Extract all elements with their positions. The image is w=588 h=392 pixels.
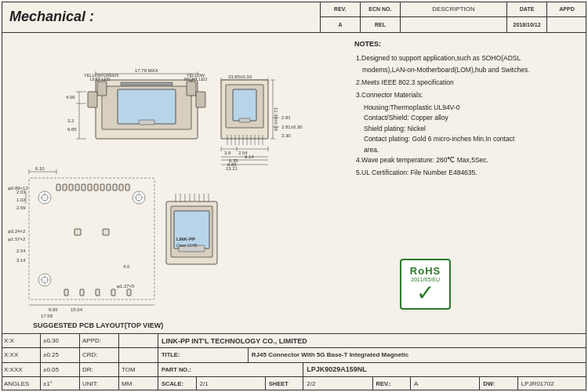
appd-label: APPD [547, 2, 586, 16]
title-label: TITLE: [158, 348, 249, 361]
note-2: 2.Meets IEEE 802.3 specification [354, 78, 580, 88]
svg-text:Class 11YB: Class 11YB [176, 243, 198, 248]
header-row-values: A REL 2018/10/12 [321, 17, 586, 32]
rev-label: REV. [321, 2, 361, 16]
svg-rect-25 [233, 89, 256, 121]
svg-text:4.06: 4.06 [66, 95, 75, 100]
svg-text:4.0: 4.0 [123, 264, 130, 269]
angles-label: ANGLES [2, 377, 41, 390]
header-title: Mechanical : [2, 2, 320, 32]
svg-text:φ0.89×12: φ0.89×12 [8, 186, 28, 191]
svg-text:23.85±0.30: 23.85±0.30 [228, 74, 252, 79]
tol-value-1: ±0.30 [41, 334, 80, 347]
svg-text:3.30: 3.30 [281, 133, 291, 138]
svg-rect-7 [88, 92, 97, 107]
svg-rect-74 [56, 184, 60, 191]
svg-rect-87 [80, 289, 84, 296]
svg-text:15.04: 15.04 [71, 307, 83, 312]
note-3-housing: Housing:Thermoplastic UL94V-0 [354, 103, 580, 114]
rohs-checkmark: ✓ [416, 282, 434, 304]
svg-text:φ1.27×5: φ1.27×5 [117, 284, 135, 289]
svg-rect-83 [113, 184, 117, 191]
note-3-area: area. [354, 145, 580, 156]
crd-label-cell: CRD: [80, 348, 119, 361]
svg-text:LINK-PP: LINK-PP [176, 237, 195, 241]
appd-value-cell [119, 334, 158, 347]
dw-value: LPJR01702 [518, 377, 586, 390]
svg-text:11.39±0.30: 11.39±0.30 [274, 107, 278, 132]
svg-text:1.02: 1.02 [16, 198, 26, 202]
header-row-labels: REV. ECN NO. DESCRIPTION DATE APPD [321, 2, 586, 17]
drawing-area: .dim-line { stroke: #333; stroke-width: … [2, 33, 347, 333]
note-1-cont: modems),LAN-on-Motherboard(LOM),hub and … [354, 65, 580, 75]
svg-text:3.14: 3.14 [16, 258, 26, 263]
scale-label: SCALE: [158, 377, 197, 390]
title-value: RJ45 Connector With 5G Base-T Integrated… [249, 348, 586, 361]
svg-rect-88 [96, 289, 100, 296]
svg-text:3.8: 3.8 [224, 151, 231, 155]
part-row: PART NO.: LPJK9029A159NL [158, 363, 586, 377]
unit-value-cell: MM [119, 377, 158, 390]
header-table: REV. ECN NO. DESCRIPTION DATE APPD A REL… [320, 2, 586, 32]
svg-text:2.69: 2.69 [16, 205, 26, 210]
scale-row: SCALE: 2/1 SHEET 2/2 REV.: A DW: LPJR017… [158, 377, 586, 390]
svg-rect-89 [111, 289, 115, 296]
rohs-badge: RoHS 2011/65/EU ✓ [400, 259, 451, 310]
rev-value-bottom: A [411, 377, 480, 390]
svg-rect-8 [196, 92, 205, 107]
svg-rect-26 [239, 118, 250, 122]
tolerance-row-1: X:X ±0.30 APPD: [2, 334, 158, 348]
note-3-contact: Contact/Shield: Copper alloy [354, 113, 580, 124]
title-row: TITLE: RJ45 Connector With 5G Base-T Int… [158, 348, 586, 362]
svg-rect-78 [82, 184, 85, 191]
svg-text:φ3.24×2: φ3.24×2 [8, 229, 26, 234]
angles-value: ±1° [41, 377, 80, 390]
ecn-value: REL [361, 17, 401, 32]
svg-text:2.54: 2.54 [16, 249, 26, 253]
svg-rect-75 [63, 184, 67, 191]
tolerance-row-3: X:XXX ±0.05 DR: TOM [2, 363, 158, 377]
header-section: Mechanical : REV. ECN NO. DESCRIPTION DA… [2, 2, 586, 33]
svg-text:17.58: 17.58 [41, 314, 53, 318]
svg-rect-86 [64, 289, 68, 296]
dr-value-cell: TOM [119, 363, 158, 376]
svg-rect-80 [94, 184, 98, 191]
svg-text:3.2: 3.2 [67, 118, 74, 123]
svg-text:17.78 MAX: 17.78 MAX [135, 68, 158, 73]
svg-text:2.81: 2.81 [281, 115, 291, 120]
svg-rect-2 [97, 82, 107, 96]
note-3-shield: Shield plating: Nickel [354, 124, 580, 135]
svg-rect-3 [187, 82, 196, 96]
tolerance-row-4: ANGLES ±1° UNIT: MM [2, 377, 158, 390]
ecn-label: ECN NO. [361, 2, 401, 16]
sheet-label: SHEET [266, 377, 304, 390]
crd-value-cell [119, 348, 158, 361]
bottom-table: X:X ±0.30 APPD: X:XX ±0.25 CRD: X:XXX ±0… [2, 333, 586, 390]
company-row: LINK-PP INT'L TECHNOLOGY CO., LIMITED [158, 334, 586, 348]
svg-rect-82 [107, 184, 111, 191]
tol-value-2: ±0.25 [41, 348, 80, 361]
pcb-layout-label: SUGGESTED PCB LAYOUT(TOP VIEW) [33, 321, 163, 329]
company-name: LINK-PP INT'L TECHNOLOGY CO., LIMITED [158, 334, 586, 347]
tolerance-row-2: X:XX ±0.25 CRD: [2, 348, 158, 362]
rev-value: A [321, 17, 361, 32]
svg-rect-90 [127, 289, 131, 296]
part-label: PART NO.: [158, 363, 303, 376]
dr-label-cell: DR: [80, 363, 119, 376]
mechanical-drawing: .dim-line { stroke: #333; stroke-width: … [2, 33, 347, 331]
note-4: 4.Wave peak temperature: 260℃ Max,5Sec. [354, 155, 580, 165]
date-label: DATE [507, 2, 547, 16]
appd-label-cell: APPD: [80, 334, 119, 347]
svg-rect-81 [100, 184, 104, 191]
tol-label-2: X:XX [2, 348, 41, 361]
notes-area: NOTES: 1.Designed to support application… [348, 33, 586, 268]
desc-label: DESCRIPTION [401, 2, 507, 16]
tol-label-1: X:X [2, 334, 41, 347]
svg-rect-77 [75, 184, 79, 191]
svg-rect-79 [88, 184, 92, 191]
svg-rect-6 [121, 82, 172, 85]
svg-text:LEFT LED: LEFT LED [90, 77, 111, 82]
svg-text:6.10: 6.10 [35, 166, 45, 171]
note-3: 3.Connector Materials: [354, 90, 580, 100]
svg-text:9.65: 9.65 [49, 307, 58, 312]
